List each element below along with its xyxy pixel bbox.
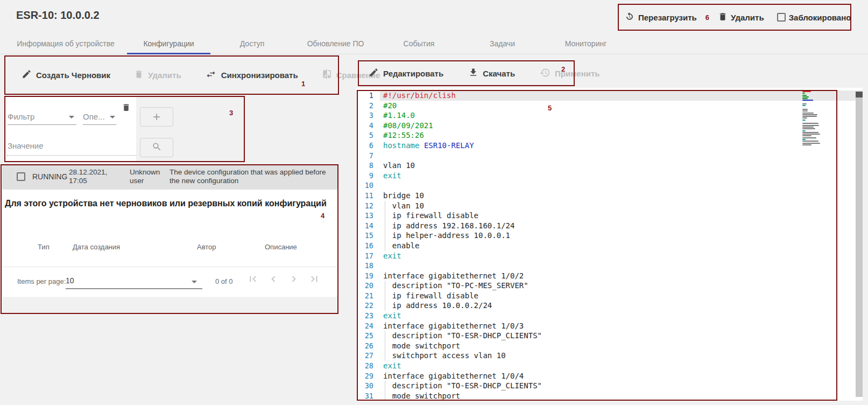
code-line[interactable]: exit — [380, 311, 863, 321]
first-page-button[interactable] — [247, 273, 259, 287]
clear-filter-button[interactable] — [122, 102, 131, 115]
code-line[interactable]: exit — [380, 171, 863, 181]
items-per-page-label: Items per page: — [17, 277, 66, 285]
edit-config-button[interactable]: Редактировать — [369, 67, 443, 79]
minimap-line — [802, 132, 818, 133]
row-checkbox[interactable] — [17, 172, 25, 181]
tab-configurations[interactable]: Конфигурации — [127, 33, 210, 54]
last-page-button[interactable] — [308, 273, 320, 287]
delete-device-button[interactable]: Удалить — [718, 11, 764, 24]
config-created: 28.12.2021, 17:05 — [69, 168, 110, 185]
code-line[interactable]: #12:55:26 — [380, 130, 863, 141]
device-actions: Перезагрузить 6 Удалить Заблокировано — [624, 9, 851, 26]
minimap-line — [802, 117, 807, 118]
empty-message: Для этого устройства нет черновиков или … — [5, 199, 333, 208]
code-line[interactable]: ip firewall disable — [380, 211, 863, 221]
minimap-line — [802, 110, 808, 111]
editor-minimap[interactable] — [802, 91, 820, 146]
minimap-line — [802, 121, 803, 122]
line-number: 7 — [357, 151, 373, 161]
code-line[interactable]: bridge 10 — [380, 191, 863, 201]
code-line[interactable]: interface gigabitethernet 1/0/3 — [380, 321, 863, 331]
locked-toggle[interactable]: Заблокировано — [777, 13, 851, 22]
code-line[interactable] — [380, 261, 863, 271]
tab-firmware-update[interactable]: Обновление ПО — [294, 33, 377, 54]
chevron-down-icon[interactable] — [110, 116, 115, 118]
code-line[interactable]: mode switchport — [380, 391, 863, 401]
tab-device-info[interactable]: Информация об устройстве — [4, 33, 127, 54]
running-config-row[interactable]: RUNNING 28.12.2021, 17:05 Unknown user T… — [2, 164, 338, 190]
filter-field-select[interactable]: Фильтр — [8, 112, 34, 121]
line-number: 17 — [357, 251, 373, 261]
pencil-icon — [22, 69, 32, 81]
minimap-line — [802, 100, 813, 101]
code-line[interactable]: exit — [380, 251, 863, 261]
minimap-line — [802, 114, 817, 115]
column-header-type: Тип — [38, 243, 50, 251]
line-number: 16 — [357, 241, 373, 251]
config-editor[interactable]: 1234567891011121314151617181920212223242… — [357, 88, 863, 401]
trash-icon — [134, 69, 144, 81]
download-config-button[interactable]: Скачать — [468, 67, 515, 79]
code-line[interactable]: description "TO-PC-MES_SERVER" — [380, 281, 863, 291]
line-number: 24 — [357, 321, 373, 331]
page-range-label: 0 of 0 — [215, 277, 233, 285]
search-button[interactable] — [140, 138, 173, 157]
apply-config-button[interactable]: Применить — [540, 67, 599, 80]
code-line[interactable]: #08/09/2021 — [380, 121, 863, 131]
synchronize-button[interactable]: Синхронизировать — [205, 69, 298, 81]
reboot-button[interactable]: Перезагрузить — [624, 11, 697, 24]
minimap-line — [802, 93, 805, 94]
code-line[interactable]: switchport access vlan 10 — [380, 351, 863, 361]
code-line[interactable]: #20 — [380, 101, 863, 111]
tab-access[interactable]: Доступ — [210, 33, 294, 54]
next-page-button[interactable] — [288, 273, 300, 287]
code-line[interactable]: interface gigabitethernet 1/0/2 — [380, 271, 863, 281]
code-line[interactable]: ip address 10.0.0.2/24 — [380, 301, 863, 311]
code-line[interactable]: interface gigabitethernet 1/0/4 — [380, 371, 863, 381]
line-number: 20 — [357, 281, 373, 291]
line-number: 11 — [357, 191, 373, 201]
code-line[interactable]: mode switchport — [380, 341, 863, 351]
editor-scrollbar[interactable] — [856, 92, 863, 397]
create-draft-button[interactable]: Создать Черновик — [22, 69, 110, 81]
tab-events[interactable]: События — [377, 33, 461, 54]
code-line[interactable]: ip address 192.168.160.1/24 — [380, 221, 863, 231]
code-line[interactable]: vlan 10 — [380, 201, 863, 211]
tab-monitoring[interactable]: Мониторинг — [544, 33, 627, 54]
editor-code[interactable]: #!/usr/bin/clish#20#1.14.0#08/09/2021#12… — [380, 90, 863, 401]
filter-operation-select[interactable]: Опе... — [83, 112, 105, 121]
code-line[interactable]: enable — [380, 241, 863, 251]
page-size-select[interactable]: 10 — [66, 276, 74, 285]
scrollbar-thumb[interactable] — [856, 92, 863, 97]
delete-draft-button[interactable]: Удалить — [134, 69, 181, 81]
locked-checkbox[interactable] — [777, 13, 786, 22]
code-line[interactable] — [380, 151, 863, 161]
code-line[interactable]: #!/usr/bin/clish — [380, 90, 863, 101]
code-line[interactable]: ip firewall disable — [380, 291, 863, 301]
filter-value-input[interactable]: Значение — [8, 141, 44, 150]
minimap-line — [802, 96, 809, 97]
code-line[interactable]: exit — [380, 361, 863, 371]
tabbar: Информация об устройстве Конфигурации До… — [0, 33, 868, 54]
search-icon — [152, 142, 162, 154]
swap-arrows-icon — [205, 69, 217, 81]
code-line[interactable]: ip helper-address 10.0.0.1 — [380, 231, 863, 241]
code-line[interactable]: description "TO-ESR-DHCP_CLIENTS" — [380, 331, 863, 341]
code-line[interactable]: #1.14.0 — [380, 110, 863, 121]
draft-toolbar: Создать Черновик Удалить Синхронизироват… — [22, 55, 380, 94]
backups-card: RUNNING 28.12.2021, 17:05 Unknown user T… — [2, 164, 338, 297]
code-line[interactable]: vlan 10 — [380, 160, 863, 171]
tab-tasks[interactable]: Задачи — [461, 33, 544, 54]
code-line[interactable] — [380, 180, 863, 191]
code-line[interactable]: description "TO-ESR-DHCP_CLIENTS" — [380, 381, 863, 391]
line-number: 5 — [357, 130, 373, 141]
add-filter-button[interactable]: + — [140, 107, 173, 127]
minimap-line — [802, 123, 818, 124]
chevron-down-icon[interactable] — [69, 116, 74, 118]
code-line[interactable]: hostname ESR10-RELAY — [380, 141, 863, 151]
minimap-line — [802, 109, 808, 110]
previous-page-button[interactable] — [267, 273, 279, 287]
restart-icon — [624, 11, 635, 24]
chevron-down-icon[interactable] — [192, 281, 197, 283]
